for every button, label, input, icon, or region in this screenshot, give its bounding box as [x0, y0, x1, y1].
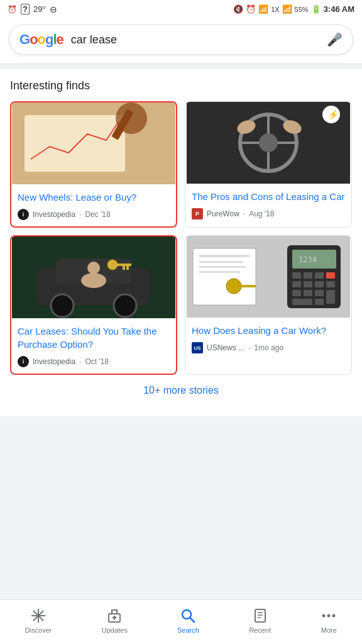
- status-time: 3:46 AM: [324, 4, 354, 14]
- nav-more-label: More: [321, 626, 337, 634]
- svg-rect-41: [292, 281, 301, 287]
- cards-grid: New Wheels: Lease or Buy? i Investopedia…: [10, 101, 352, 375]
- source-name-4: USNews ...: [207, 343, 244, 352]
- svg-rect-24: [126, 266, 129, 270]
- search-query[interactable]: car lease: [71, 33, 319, 47]
- microphone-icon[interactable]: 🎤: [327, 32, 343, 47]
- nav-recent[interactable]: Recent: [239, 605, 281, 636]
- svg-rect-37: [292, 272, 301, 279]
- svg-rect-44: [326, 281, 335, 287]
- card-meta-3: i Investopedia · Oct '18: [18, 356, 170, 367]
- mute-icon: 🔇: [233, 4, 243, 14]
- svg-rect-31: [199, 271, 240, 273]
- card-meta-1: i Investopedia · Dec '18: [18, 209, 170, 220]
- status-left-icons: ⏰ ? 29° ⊖: [8, 4, 57, 14]
- source-date-4: 1mo ago: [254, 343, 283, 352]
- nav-updates[interactable]: Updates: [92, 605, 138, 636]
- section-title: Interesting finds: [10, 79, 352, 92]
- svg-rect-45: [292, 290, 301, 296]
- separator-4: ·: [248, 343, 250, 352]
- card-lease-or-buy[interactable]: New Wheels: Lease or Buy? i Investopedia…: [10, 101, 177, 228]
- separator-3: ·: [79, 357, 81, 366]
- card-body-4: How Does Leasing a Car Work? US USNews .…: [185, 318, 351, 360]
- svg-point-64: [327, 614, 331, 618]
- search-bar-wrapper: Google car lease 🎤: [0, 18, 362, 64]
- svg-line-58: [190, 618, 195, 623]
- card-body-2: The Pros and Cons of Leasing a Car P Pur…: [185, 184, 351, 226]
- svg-rect-40: [326, 272, 335, 279]
- source-name-1: Investopedia: [33, 210, 75, 219]
- source-date-3: Oct '18: [85, 357, 109, 366]
- status-bar: ⏰ ? 29° ⊖ 🔇 ⏰ 📶 1X 📶 55% 🔋 3:46 AM: [0, 0, 362, 18]
- card-title-2: The Pros and Cons of Leasing a Car: [192, 190, 345, 203]
- status-right-icons: 🔇 ⏰ 📶 1X 📶 55% 🔋 3:46 AM: [233, 4, 354, 14]
- question-icon: ?: [21, 4, 30, 14]
- svg-point-20: [81, 273, 106, 288]
- card-image-pros-cons: ⚡: [185, 102, 351, 184]
- source-date-2: Aug '18: [249, 209, 274, 218]
- svg-point-65: [332, 614, 336, 618]
- svg-point-19: [114, 294, 136, 317]
- purewow-icon: P: [192, 208, 203, 219]
- svg-point-21: [87, 262, 100, 274]
- nav-discover[interactable]: Discover: [15, 605, 62, 636]
- card-title-4: How Does Leasing a Car Work?: [192, 324, 345, 337]
- svg-point-63: [322, 614, 326, 618]
- recent-icon: [252, 608, 268, 624]
- card-purchase-option[interactable]: Car Leases: Should You Take the Purchase…: [10, 235, 177, 375]
- more-stories-link[interactable]: 10+ more stories: [143, 385, 219, 396]
- card-pros-cons[interactable]: ⚡ The Pros and Cons of Leasing a Car P P…: [185, 101, 352, 228]
- card-how-leasing[interactable]: 1234: [185, 235, 352, 375]
- separator-2: ·: [243, 209, 245, 218]
- svg-rect-49: [292, 299, 312, 305]
- main-content: Interesting finds New Wheels: Lease or B…: [0, 69, 362, 416]
- search-bar[interactable]: Google car lease 🎤: [9, 25, 353, 55]
- svg-rect-50: [315, 299, 324, 305]
- svg-rect-28: [199, 255, 250, 257]
- svg-rect-47: [315, 290, 324, 296]
- card-body-3: Car Leases: Should You Take the Purchase…: [11, 318, 176, 374]
- nav-search[interactable]: Search: [167, 605, 209, 636]
- alarm-icon: ⏰: [8, 5, 17, 14]
- alarm2-icon: ⏰: [246, 4, 256, 14]
- svg-rect-1: [25, 115, 125, 172]
- svg-rect-33: [240, 285, 256, 287]
- card-meta-4: US USNews ... · 1mo ago: [192, 342, 345, 353]
- svg-rect-48: [326, 290, 335, 304]
- nav-recent-label: Recent: [249, 626, 271, 634]
- svg-point-3: [116, 103, 147, 134]
- source-name-3: Investopedia: [33, 357, 75, 366]
- svg-point-18: [51, 294, 74, 317]
- svg-rect-43: [315, 281, 324, 287]
- svg-rect-23: [116, 264, 131, 266]
- card-meta-2: P PureWow · Aug '18: [192, 208, 345, 219]
- investopedia-icon-1: i: [18, 209, 29, 220]
- signal-bars-icon: 📶: [282, 4, 292, 14]
- svg-rect-29: [199, 261, 243, 263]
- more-stories[interactable]: 10+ more stories: [10, 375, 352, 406]
- source-date-1: Dec '18: [85, 210, 110, 219]
- svg-rect-25: [123, 266, 125, 270]
- signal-text: 1X: [271, 6, 279, 13]
- updates-icon: [106, 608, 123, 624]
- card-image-purchase: [11, 236, 176, 318]
- svg-point-6: [259, 133, 278, 152]
- minus-circle-icon: ⊖: [50, 4, 57, 14]
- card-body-1: New Wheels: Lease or Buy? i Investopedia…: [11, 184, 176, 226]
- svg-rect-30: [199, 266, 246, 268]
- svg-text:⚡: ⚡: [328, 109, 339, 120]
- google-logo: Google: [19, 31, 63, 48]
- svg-rect-42: [304, 281, 312, 287]
- battery-percent: 55%: [295, 6, 309, 13]
- bottom-nav: Discover Updates Search Recent: [0, 599, 362, 644]
- nav-discover-label: Discover: [25, 626, 52, 634]
- separator-1: ·: [79, 210, 81, 219]
- temperature: 29°: [33, 4, 46, 14]
- battery-icon: 🔋: [311, 4, 321, 14]
- svg-point-32: [226, 279, 241, 294]
- nav-updates-label: Updates: [102, 626, 128, 634]
- svg-rect-39: [315, 272, 324, 279]
- nav-more[interactable]: More: [310, 605, 347, 636]
- card-image-lease-or-buy: [11, 103, 176, 184]
- svg-rect-38: [304, 272, 312, 279]
